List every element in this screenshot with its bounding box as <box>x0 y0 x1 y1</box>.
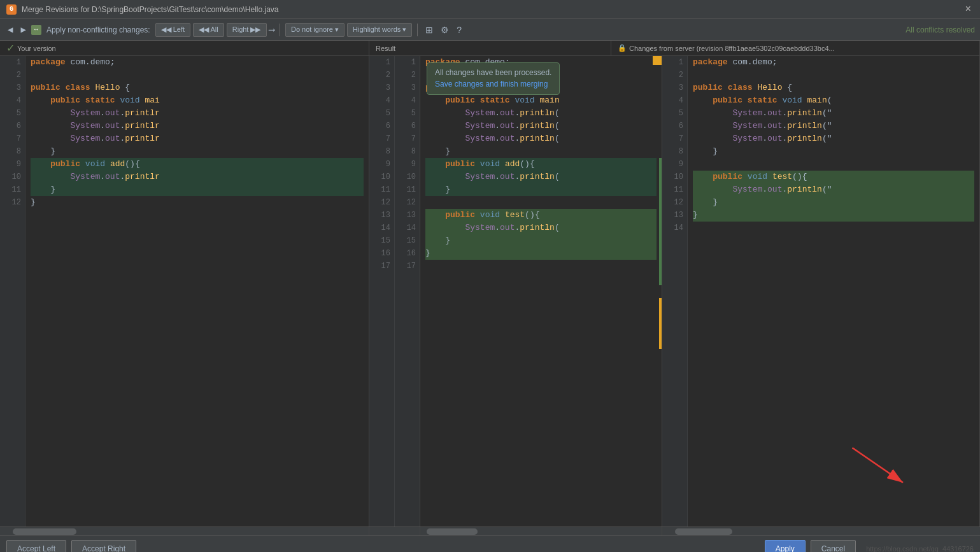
layout-btn[interactable]: ⊞ <box>423 24 436 36</box>
code-line: } <box>693 209 974 222</box>
code-line: public void add(){ <box>425 158 657 171</box>
title-bar-text: Merge Revisions for D:\SpringBootProject… <box>22 5 962 14</box>
code-line: package com.demo; <box>31 56 364 69</box>
code-line: System.out.println( <box>425 132 657 145</box>
code-line: public void test(){ <box>425 209 657 222</box>
col-headers: ✓ Your version Result 🔒 Changes from ser… <box>0 41 980 56</box>
code-line: public void test(){ <box>693 171 974 183</box>
merge-progress-bar <box>659 158 662 285</box>
lock-icon: 🔒 <box>618 44 627 52</box>
conflict-marker <box>653 56 662 65</box>
highlight-dropdown[interactable]: Highlight words ▾ <box>347 23 412 37</box>
code-line <box>693 158 974 171</box>
left-panel-header: ✓ Your version <box>0 41 369 55</box>
code-line <box>693 69 974 81</box>
app-icon: G <box>6 4 17 15</box>
left-code-content[interactable]: 12345 678910 1112 package com.demo; publ… <box>0 56 369 527</box>
watermark: https://blog.csdn.net/qq_44316726 <box>866 545 974 553</box>
ignore-dropdown[interactable]: Do not ignore ▾ <box>285 23 344 37</box>
apply-all-btn[interactable]: ◀◀ All <box>193 23 224 37</box>
code-line: public class Hello { <box>693 81 974 94</box>
code-line: System.out.println( <box>425 222 657 234</box>
center-scrollbar-left <box>369 527 420 535</box>
help-btn[interactable]: ? <box>454 24 464 36</box>
right-panel-header: 🔒 Changes from server (revision 8ffb1aea… <box>611 41 980 55</box>
code-line: } <box>425 247 657 260</box>
code-line: System.out.println( <box>425 171 657 183</box>
code-line: public void add(){ <box>31 158 364 171</box>
center-code-lines: package com.demo; public class Hello { p… <box>420 56 662 527</box>
separator-1 <box>280 24 280 36</box>
center-panel-header: Result <box>369 41 611 55</box>
center-scrollbar[interactable] <box>420 527 662 535</box>
center-line-numbers-left: 12345 678910 1112131415 1617 12345 67891… <box>369 56 420 527</box>
center-code-content[interactable]: package com.demo; public class Hello { p… <box>420 56 662 527</box>
code-line: } <box>31 145 364 158</box>
right-code-content[interactable]: 12345 678910 11121314 package com.demo; … <box>662 56 979 527</box>
right-code-lines: package com.demo; public class Hello { p… <box>688 56 979 527</box>
center-right-nums: 12345 678910 1112131415 1617 <box>395 56 420 527</box>
right-panel: 12345 678910 11121314 package com.demo; … <box>662 56 980 527</box>
apply-left-btn[interactable]: ◀◀ Left <box>155 23 190 37</box>
conflicts-status: All conflicts resolved <box>905 25 975 34</box>
left-scrollbar[interactable] <box>0 527 369 535</box>
accept-right-button[interactable]: Accept Right <box>71 540 136 553</box>
code-line: System.out.println( <box>425 120 657 132</box>
tooltip: All changes have been processed. Save ch… <box>427 62 560 95</box>
close-button[interactable]: × <box>962 4 974 15</box>
bottom-bar: Accept Left Accept Right Apply Cancel ht… <box>0 535 980 552</box>
nav-next-btn[interactable]: ▶ <box>18 24 28 35</box>
tooltip-link[interactable]: Save changes and finish merging <box>435 80 548 88</box>
left-code-lines: package com.demo; public class Hello { p… <box>25 56 369 527</box>
code-line: System.out.printlr <box>31 120 364 132</box>
code-line: System.out.println(" <box>693 120 974 132</box>
code-line: public class Hello { <box>31 81 364 94</box>
separator-2 <box>417 24 418 36</box>
code-line: System.out.println(" <box>693 132 974 145</box>
center-panel: All changes have been processed. Save ch… <box>420 56 662 527</box>
code-line: } <box>31 196 364 209</box>
code-line <box>693 222 974 234</box>
toolbar: ◀ ▶ ↔ Apply non-conflicting changes: ◀◀ … <box>0 19 980 41</box>
title-bar: G Merge Revisions for D:\SpringBootProje… <box>0 0 980 19</box>
accept-left-button[interactable]: Accept Left <box>6 540 66 553</box>
conflict-bar <box>659 298 662 349</box>
scrollbar-row <box>0 527 980 535</box>
settings-btn[interactable]: ⚙ <box>438 24 451 36</box>
code-line: System.out.println(" <box>693 107 974 120</box>
apply-right-btn[interactable]: Right ▶▶ <box>227 23 267 37</box>
code-line: System.out.printlr <box>31 171 364 183</box>
code-line: } <box>425 183 657 196</box>
apply-button[interactable]: Apply <box>765 540 806 553</box>
right-line-numbers: 12345 678910 11121314 <box>662 56 688 527</box>
check-icon: ✓ <box>6 42 15 54</box>
code-line: public static void mai <box>31 94 364 107</box>
left-line-numbers: 12345 678910 1112 <box>0 56 25 527</box>
code-line: } <box>31 183 364 196</box>
merge-icon: ↔ <box>31 25 41 35</box>
code-line <box>425 260 657 272</box>
code-line: } <box>425 234 657 247</box>
code-line: System.out.printlr <box>31 107 364 120</box>
left-panel: 12345 678910 1112 package com.demo; publ… <box>0 56 369 527</box>
code-line: System.out.println(" <box>693 183 974 196</box>
apply-arrow-icon: ⟶ <box>269 24 274 35</box>
code-line <box>425 196 657 209</box>
code-line: } <box>425 145 657 158</box>
code-line: System.out.printlr <box>31 132 364 145</box>
code-line <box>31 69 364 81</box>
tooltip-title: All changes have been processed. <box>435 68 551 77</box>
code-line: public static void main <box>425 94 657 107</box>
nav-prev-btn[interactable]: ◀ <box>5 24 15 35</box>
code-line: } <box>693 145 974 158</box>
cancel-button[interactable]: Cancel <box>811 540 856 553</box>
right-scrollbar[interactable] <box>662 527 980 535</box>
code-line: package com.demo; <box>693 56 974 69</box>
code-line: public static void main( <box>693 94 974 107</box>
apply-label: Apply non-conflicting changes: <box>46 25 150 34</box>
main-content: 12345 678910 1112 package com.demo; publ… <box>0 56 980 527</box>
center-left-nums: 12345 678910 1112131415 1617 <box>369 56 395 527</box>
code-line: } <box>693 196 974 209</box>
code-line: System.out.println( <box>425 107 657 120</box>
